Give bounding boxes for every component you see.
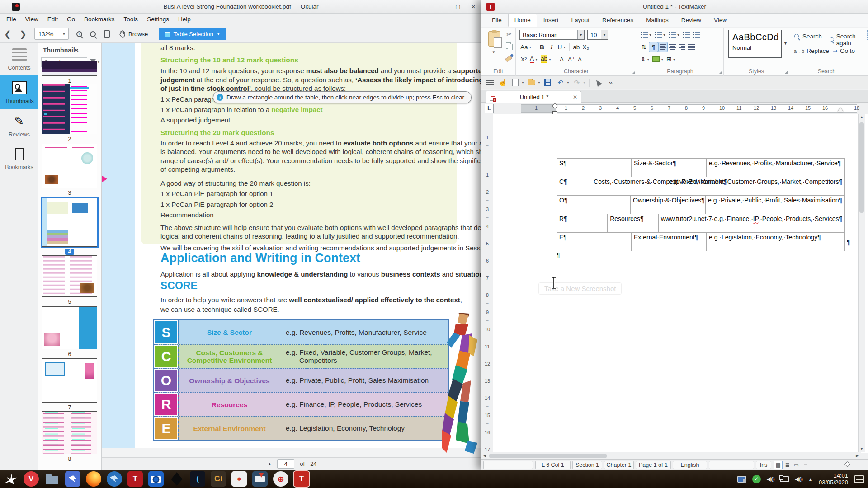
touch-mode-icon[interactable]: ☝ — [497, 77, 508, 88]
thumbnail-page-8[interactable] — [42, 411, 97, 454]
char-B-icon[interactable]: B — [538, 42, 546, 52]
undo-icon[interactable]: ↶ — [555, 77, 566, 88]
decrease-indent-icon[interactable] — [692, 30, 701, 39]
align-center-icon[interactable] — [668, 42, 677, 52]
tab-references[interactable]: References — [596, 14, 640, 27]
gimp[interactable]: Gi — [211, 471, 226, 487]
mail-app[interactable] — [65, 471, 80, 487]
tab-mailings[interactable]: Mailings — [640, 14, 675, 27]
shading-icon[interactable]: ▼ — [651, 55, 665, 64]
network-icon[interactable] — [780, 476, 789, 482]
table-cell[interactable]: S¶ — [557, 159, 632, 177]
table-cell[interactable]: e.g.·Private,·Public,·Profit,·Sales·Maxi… — [706, 196, 844, 214]
table-cell[interactable]: R¶ — [557, 214, 608, 232]
table-cell[interactable]: E¶ — [557, 233, 632, 251]
vivaldi-browser[interactable]: V — [24, 471, 39, 487]
font-size-combo[interactable]: 10▼ — [587, 30, 608, 40]
audio-device-icon[interactable]: ◀))) — [795, 476, 802, 482]
align-justify-icon[interactable] — [687, 42, 696, 52]
video-app[interactable]: ( — [190, 471, 205, 487]
page-up-icon[interactable]: ▲ — [267, 461, 272, 466]
borders-icon[interactable]: ⊞▼ — [665, 55, 676, 64]
char-A-icon[interactable]: A▼ — [529, 55, 539, 64]
right-indent-marker[interactable] — [838, 108, 843, 112]
char-I-icon[interactable]: I — [547, 42, 556, 52]
table-cell[interactable]: Size·&·Sector¶ — [632, 159, 707, 177]
sidebar-tab-thumbnails[interactable]: Thumbnails — [0, 75, 38, 109]
search-button[interactable]: Search — [794, 33, 822, 40]
sidebar-tab-contents[interactable]: Contents — [0, 43, 38, 75]
styles-dialog-launcher[interactable] — [784, 71, 788, 74]
replace-button[interactable]: a→bReplace — [794, 47, 829, 54]
tab-home[interactable]: Home — [508, 14, 537, 27]
tab-view[interactable]: View — [708, 14, 733, 27]
indent-box-marker[interactable] — [552, 111, 557, 114]
table-cell[interactable]: External·Environment¶ — [632, 233, 707, 251]
thumbnail-page-4[interactable] — [42, 198, 97, 247]
goto-button[interactable]: ➞Go to — [833, 47, 855, 54]
view-continuous-icon[interactable]: ≣ — [783, 461, 792, 469]
zoom-out-icon[interactable]: − — [86, 28, 99, 40]
view-page-icon[interactable]: ▭ — [792, 461, 801, 469]
textmaker-titlebar[interactable]: T Untitled 1 * - TextMaker — [481, 0, 868, 14]
view-outline-icon[interactable]: ≡ — [801, 461, 810, 469]
new-document-icon[interactable] — [510, 77, 521, 88]
format-painter-icon[interactable] — [505, 53, 514, 61]
menu-view[interactable]: View — [21, 14, 43, 25]
thumbnail-page-6[interactable] — [42, 306, 97, 349]
tab-file[interactable]: File — [486, 14, 508, 27]
document-page[interactable]: S¶Size·&·Sector¶e.g.·Revenues,·Profits,·… — [493, 114, 868, 453]
align-right-icon[interactable] — [678, 42, 686, 52]
scroll-right-icon[interactable]: ▶ — [854, 453, 861, 459]
firefox-browser[interactable] — [86, 471, 101, 487]
style-preview-box[interactable]: AaBbCcDd Normal ▼ — [728, 30, 782, 58]
search-again-button[interactable]: Search again — [829, 33, 864, 47]
screenshot-tool[interactable]: ⊕ — [273, 471, 288, 487]
menu-go[interactable]: Go — [62, 14, 80, 25]
thumbnail-page-1[interactable] — [42, 61, 97, 76]
insert-mode[interactable]: Ins — [756, 461, 771, 469]
char-ab-icon[interactable]: ab — [572, 42, 580, 52]
increase-indent-icon[interactable] — [682, 30, 691, 39]
media-player[interactable]: ● — [231, 471, 247, 487]
numbered-list-icon[interactable]: ▼ — [654, 30, 667, 39]
redo-icon[interactable]: ↷ — [571, 77, 582, 88]
cut-icon[interactable]: ✂ — [505, 30, 514, 38]
tab-type-selector[interactable]: L — [485, 104, 494, 113]
font-name-combo[interactable]: Basic Roman▼ — [519, 30, 585, 40]
thumbnail-page-5[interactable] — [42, 255, 97, 297]
maximize-icon[interactable]: ▢ — [454, 4, 462, 10]
copy-icon[interactable] — [505, 42, 514, 50]
char-U-icon[interactable]: U▼ — [557, 42, 567, 52]
current-page-input[interactable]: 4 — [277, 459, 294, 469]
table-cell[interactable]: www.tutor2u.net·7·e.g.·Finance,·IP,·Peop… — [659, 214, 844, 232]
vertical-scroll-thumb[interactable] — [859, 122, 864, 213]
outline-list-icon[interactable]: ▼ — [668, 30, 681, 39]
forward-icon[interactable]: ❯ — [15, 29, 31, 39]
scroll-up-icon[interactable]: ▲ — [859, 115, 865, 119]
table-cell[interactable]: e.g.·Fixed,·Variable,·Customer·Groups,·M… — [666, 177, 844, 195]
menu-bookmarks[interactable]: Bookmarks — [80, 14, 119, 25]
save-icon[interactable] — [542, 77, 553, 88]
char-A-icon[interactable]: A — [557, 55, 566, 64]
menu-help[interactable]: Help — [174, 14, 195, 25]
textmaker-active[interactable]: T — [294, 471, 309, 487]
table-cell[interactable]: C¶ — [557, 177, 591, 195]
thunderbird-mail[interactable] — [107, 471, 122, 487]
open-document-icon[interactable] — [526, 77, 537, 88]
scroll-left-icon[interactable]: ◀ — [481, 453, 488, 459]
launcher-dove[interactable] — [3, 471, 18, 487]
thumbnail-page-3[interactable] — [42, 144, 97, 188]
volume-icon[interactable]: ◀))) — [767, 476, 774, 482]
zoom-level-combo[interactable]: 132%▼ — [34, 28, 69, 40]
sidebar-tab-reviews[interactable]: ✎Reviews — [0, 109, 38, 142]
tray-expander-icon[interactable]: ▲ — [808, 477, 813, 482]
styles-dropdown-icon[interactable]: ▼ — [783, 41, 788, 46]
char-X₂-icon[interactable]: X₂ — [581, 42, 590, 52]
updates-ok-icon[interactable]: ✓ — [752, 475, 761, 483]
thumbnail-page-7[interactable] — [42, 358, 97, 403]
object-mode-icon[interactable] — [593, 77, 604, 88]
table-cell[interactable]: O¶ — [557, 196, 631, 214]
trim-view-icon[interactable] — [104, 30, 110, 38]
scroll-down-icon[interactable]: ▼ — [859, 447, 865, 451]
